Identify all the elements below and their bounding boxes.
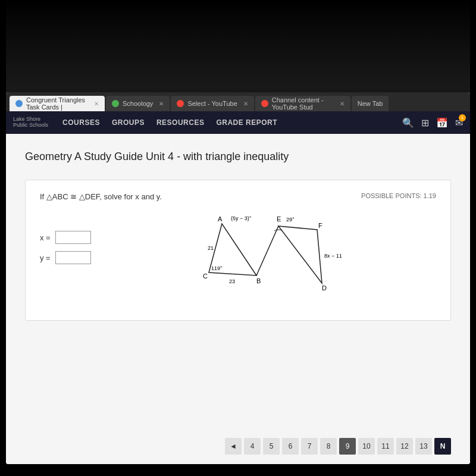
notification-badge: 1: [459, 114, 466, 121]
nav-resources[interactable]: RESOURCES: [156, 116, 205, 129]
nav-grade-report[interactable]: GRADE REPORT: [216, 116, 277, 129]
page-4-button[interactable]: 4: [244, 438, 261, 455]
prev-page-button[interactable]: ◄: [225, 438, 242, 455]
tab-bar: Congruent Triangles Task Cards | ✕ Schoo…: [6, 92, 470, 111]
page-11-button[interactable]: 11: [377, 438, 394, 455]
content-wrapper: Geometry A Study Guide Unit 4 - with tri…: [6, 134, 470, 464]
dark-bottom-overlay: [0, 464, 476, 476]
search-icon[interactable]: 🔍: [402, 117, 414, 129]
main-content: Geometry A Study Guide Unit 4 - with tri…: [6, 134, 470, 428]
y-input[interactable]: [55, 251, 91, 264]
label-E: E: [277, 215, 281, 223]
page-6-button[interactable]: 6: [282, 438, 299, 455]
diagram-area: A C B E F D: [103, 213, 436, 308]
label-21: 21: [208, 245, 214, 251]
next-page-button[interactable]: N: [434, 438, 451, 455]
tab-schoology[interactable]: Schoology ✕: [106, 96, 170, 111]
question-text: If △ABC ≅ △DEF, solve for x and y.: [40, 192, 162, 201]
school-logo: Lake Shore Public Schools: [13, 117, 48, 129]
dark-left-overlay: [0, 0, 6, 476]
page-7-button[interactable]: 7: [301, 438, 318, 455]
label-D: D: [322, 284, 327, 292]
tab-label-1: Congruent Triangles Task Cards |: [26, 96, 88, 111]
grid-icon[interactable]: ⊞: [421, 117, 429, 129]
page-8-button[interactable]: 8: [320, 438, 337, 455]
label-F: F: [318, 222, 322, 229]
page-5-button[interactable]: 5: [263, 438, 280, 455]
geometry-diagram: A C B E F D: [186, 213, 353, 308]
navbar: Lake Shore Public Schools COURSES GROUPS…: [6, 111, 470, 134]
nav-courses[interactable]: COURSES: [62, 116, 100, 129]
tab-icon-1: [15, 100, 23, 107]
input-section: x = y =: [40, 231, 91, 264]
y-input-row: y =: [40, 251, 91, 264]
label-A: A: [218, 215, 223, 223]
tab-youtube-select[interactable]: Select - YouTube ✕: [171, 96, 253, 111]
notification-icon[interactable]: ✉ 1: [455, 117, 463, 129]
question-header: If △ABC ≅ △DEF, solve for x and y. POSSI…: [40, 192, 436, 201]
nav-right-icons: 🔍 ⊞ 📅 ✉ 1: [402, 117, 463, 129]
tab-congruent-triangles[interactable]: Congruent Triangles Task Cards | ✕: [10, 96, 105, 111]
browser-window: Congruent Triangles Task Cards | ✕ Schoo…: [6, 92, 470, 464]
nav-groups[interactable]: GROUPS: [112, 116, 145, 129]
tab-close-4[interactable]: ✕: [340, 101, 345, 107]
tab-icon-3: [177, 100, 184, 107]
page-12-button[interactable]: 12: [396, 438, 413, 455]
pagination-area: ◄ 4 5 6 7 8 9 10 11 12 13 N: [6, 428, 470, 464]
y-label: y =: [40, 253, 51, 262]
label-8x11: 8x − 11: [324, 253, 342, 259]
x-label: x =: [40, 233, 51, 242]
label-C: C: [203, 273, 208, 280]
question-container: If △ABC ≅ △DEF, solve for x and y. POSSI…: [25, 180, 451, 321]
nav-links: COURSES GROUPS RESOURCES GRADE REPORT: [62, 116, 388, 129]
tab-label-2: Schoology: [123, 100, 153, 107]
connecting-line-be: [256, 226, 278, 275]
label-23: 23: [229, 278, 235, 284]
label-5y3: (5y − 3)°: [231, 215, 252, 221]
tab-label-5: New Tab: [358, 100, 383, 107]
tab-close-2[interactable]: ✕: [159, 101, 164, 107]
label-29: 29°: [286, 217, 295, 223]
tab-label-3: Select - YouTube: [187, 100, 237, 107]
label-B: B: [256, 277, 261, 284]
dark-top-overlay: [0, 0, 476, 92]
tab-label-4: Channel content - YouTube Stud: [272, 96, 334, 111]
tab-youtube-channel[interactable]: Channel content - YouTube Stud ✕: [255, 96, 350, 111]
label-119: 119°: [211, 265, 223, 271]
tab-close-1[interactable]: ✕: [94, 101, 99, 107]
x-input-row: x =: [40, 231, 91, 244]
calendar-icon[interactable]: 📅: [436, 117, 448, 129]
x-input[interactable]: [55, 231, 91, 244]
page-10-button[interactable]: 10: [358, 438, 375, 455]
tab-close-3[interactable]: ✕: [243, 101, 248, 107]
page-9-button[interactable]: 9: [339, 438, 356, 455]
page-13-button[interactable]: 13: [415, 438, 432, 455]
school-name-2: Public Schools: [13, 123, 48, 129]
question-body: x = y =: [40, 213, 436, 308]
dark-right-overlay: [470, 0, 476, 476]
tab-icon-4: [261, 100, 268, 107]
question-label: If △ABC ≅ △DEF, solve for x and y.: [40, 192, 162, 201]
tab-icon-2: [112, 100, 119, 107]
triangle-def: [278, 226, 322, 283]
points-label: POSSIBLE POINTS: 1.19: [361, 192, 436, 199]
tab-new-tab[interactable]: New Tab: [352, 96, 389, 111]
page-title: Geometry A Study Guide Unit 4 - with tri…: [25, 151, 451, 163]
